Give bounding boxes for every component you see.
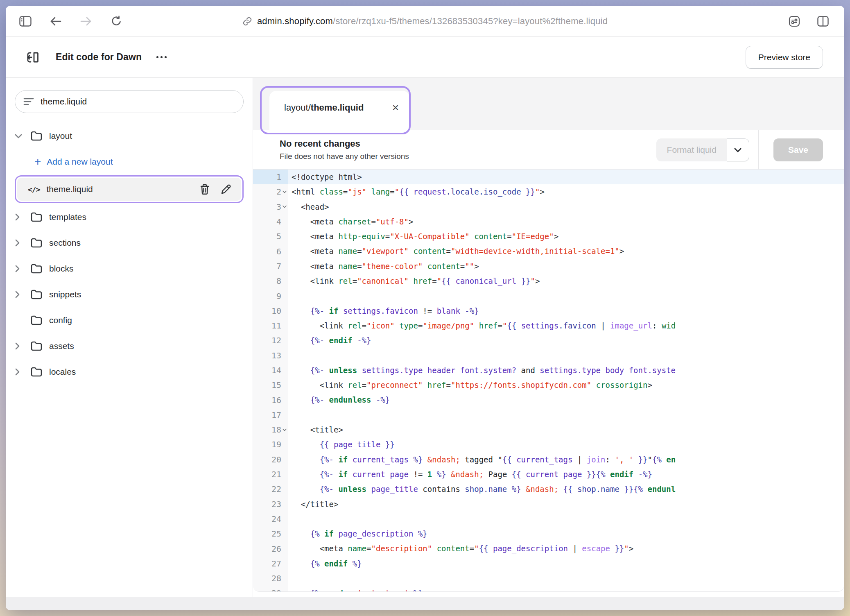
code-line[interactable]: {% if page_description %} <box>292 526 844 541</box>
chevron-down-icon <box>15 134 30 138</box>
code-line[interactable]: <meta name="viewport" content="width=dev… <box>292 244 844 258</box>
editor-main: layout/theme.liquid × No recent changes … <box>253 78 844 597</box>
code-line[interactable]: <!doctype html> <box>288 170 844 184</box>
add-new-layout-link[interactable]: + Add a new layout <box>15 149 244 174</box>
code-line[interactable]: <meta http-equiv="X-UA-Compatible" conte… <box>292 229 844 244</box>
toolbar-divider <box>758 130 759 170</box>
code-line[interactable]: {%- unless settings.type_header_font.sys… <box>292 363 844 378</box>
sidebar-item-config[interactable]: config <box>15 307 244 333</box>
code-line[interactable]: <link rel="preconnect" href="https://fon… <box>292 378 844 392</box>
line-number: 17 <box>253 408 288 422</box>
split-view-icon[interactable] <box>814 12 832 30</box>
tab-strip: layout/theme.liquid × <box>253 78 844 130</box>
code-line[interactable]: {%- if current_tags %} &ndash; tagged "{… <box>292 452 844 467</box>
line-number: 5 <box>253 229 288 244</box>
folder-label: locales <box>49 367 76 377</box>
line-number: 1 <box>253 170 288 184</box>
code-editor[interactable]: 1234567891011121314151617181920212223242… <box>253 170 844 597</box>
code-line[interactable]: {%- endif -%} <box>292 333 844 348</box>
code-line[interactable]: {% render 'meta-tags' %} <box>292 586 844 591</box>
code-line[interactable]: {%- if current_page != 1 %} &ndash; Page… <box>292 467 844 482</box>
line-number: 14 <box>253 363 288 378</box>
folder-label: assets <box>49 341 74 351</box>
code-line[interactable]: <html class="js" lang="{{ request.locale… <box>292 184 844 199</box>
tab-layout-theme-liquid[interactable]: layout/theme.liquid × <box>269 91 409 130</box>
line-number: 3 <box>253 199 288 214</box>
sidebar-item-templates[interactable]: templates <box>15 204 244 230</box>
code-lines[interactable]: <!doctype html><html class="js" lang="{{… <box>288 170 844 591</box>
folder-icon <box>30 367 43 377</box>
code-line[interactable] <box>292 408 844 422</box>
code-line[interactable]: <title> <box>292 422 844 437</box>
sidebar-toggle-icon[interactable] <box>16 12 34 30</box>
sidebar-item-sections[interactable]: sections <box>15 230 244 256</box>
code-line[interactable]: <meta name="description" content="{{ pag… <box>292 541 844 556</box>
folder-icon <box>30 341 43 351</box>
page-title: Edit code for Dawn <box>56 52 142 63</box>
sidebar-item-locales[interactable]: locales <box>15 359 244 385</box>
sidebar-item-blocks[interactable]: blocks <box>15 256 244 281</box>
delete-file-icon[interactable] <box>199 183 211 195</box>
close-tab-icon[interactable]: × <box>392 102 399 113</box>
chevron-right-icon <box>15 291 30 298</box>
sidebar-item-snippets[interactable]: snippets <box>15 281 244 307</box>
forward-button[interactable] <box>77 12 95 30</box>
code-line[interactable] <box>292 288 844 303</box>
save-button[interactable]: Save <box>773 138 823 161</box>
folder-icon <box>30 289 43 300</box>
page-settings-icon[interactable] <box>785 12 803 30</box>
sidebar-item-theme-liquid[interactable]: </> theme.liquid <box>17 178 241 201</box>
code-line[interactable]: {%- endunless -%} <box>292 392 844 407</box>
code-line[interactable]: {% endif %} <box>292 556 844 571</box>
code-line[interactable]: <link rel="icon" type="image/png" href="… <box>292 318 844 333</box>
line-number: 21 <box>253 467 288 482</box>
preview-store-button[interactable]: Preview store <box>746 46 823 69</box>
code-line[interactable] <box>292 348 844 363</box>
folder-icon <box>30 315 43 326</box>
code-line[interactable]: <meta charset="utf-8"> <box>292 214 844 229</box>
chevron-right-icon <box>15 213 30 221</box>
code-line[interactable]: {{ page_title }} <box>292 437 844 452</box>
reload-button[interactable] <box>107 12 125 30</box>
more-actions-icon[interactable] <box>156 51 167 63</box>
fold-chevron-icon[interactable] <box>281 422 288 437</box>
file-search[interactable] <box>15 90 244 113</box>
folder-label: sections <box>49 238 81 248</box>
code-line[interactable] <box>292 512 844 526</box>
code-line[interactable]: <link rel="canonical" href="{{ canonical… <box>292 274 844 288</box>
url-path: /store/rzq1xu-f5/themes/132683530345?key… <box>333 16 608 26</box>
back-button[interactable] <box>47 12 65 30</box>
add-layout-label: Add a new layout <box>47 157 113 167</box>
line-number: 11 <box>253 318 288 333</box>
code-line[interactable] <box>292 571 844 586</box>
app-header: Edit code for Dawn Preview store <box>6 37 844 78</box>
line-number: 16 <box>253 392 288 407</box>
browser-toolbar: admin.shopify.com/store/rzq1xu-f5/themes… <box>6 6 844 37</box>
sidebar-item-layout[interactable]: layout <box>15 123 244 149</box>
window-footer <box>6 597 844 610</box>
folder-icon <box>30 238 43 248</box>
search-input[interactable] <box>41 97 235 106</box>
folder-icon <box>30 131 43 141</box>
fold-chevron-icon[interactable] <box>281 199 288 214</box>
code-line[interactable]: </title> <box>292 497 844 512</box>
code-line[interactable]: <head> <box>292 199 844 214</box>
browser-window: admin.shopify.com/store/rzq1xu-f5/themes… <box>6 6 844 610</box>
exit-editor-icon[interactable] <box>24 48 42 66</box>
folder-icon <box>30 263 43 274</box>
line-number: 10 <box>253 303 288 318</box>
editor-toolbar: No recent changes File does not have any… <box>253 130 844 170</box>
code-line[interactable]: <meta name="theme-color" content=""> <box>292 259 844 274</box>
line-number: 26 <box>253 541 288 556</box>
address-bar[interactable]: admin.shopify.com/store/rzq1xu-f5/themes… <box>257 16 608 27</box>
format-liquid-button[interactable]: Format liquid <box>656 138 727 161</box>
sidebar-item-assets[interactable]: assets <box>15 333 244 359</box>
code-line[interactable]: {%- unless page_title contains shop.name… <box>292 482 844 496</box>
fold-chevron-icon[interactable] <box>281 184 288 199</box>
plus-icon: + <box>34 156 41 168</box>
rename-file-icon[interactable] <box>220 183 232 195</box>
format-dropdown-arrow[interactable] <box>727 138 749 161</box>
code-line[interactable]: {%- if settings.favicon != blank -%} <box>292 303 844 318</box>
line-number: 27 <box>253 556 288 571</box>
tab-file-name: theme.liquid <box>311 102 364 113</box>
